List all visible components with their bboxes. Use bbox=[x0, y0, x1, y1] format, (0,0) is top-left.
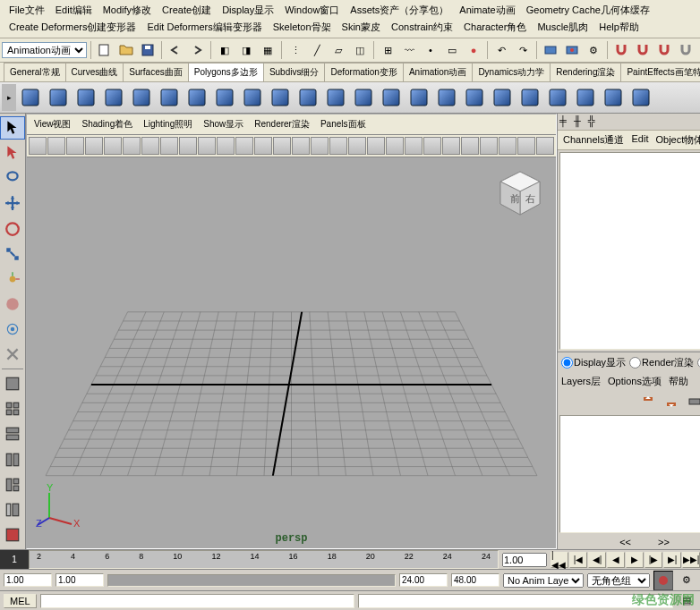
single-pane-icon[interactable] bbox=[0, 372, 25, 395]
shelf-mirror-icon[interactable] bbox=[544, 84, 571, 111]
menu-14[interactable]: Character角色 bbox=[458, 19, 532, 36]
panel-tool-21-icon[interactable] bbox=[423, 137, 441, 155]
step-back-key-icon[interactable]: |◀ bbox=[569, 552, 587, 568]
time-slider[interactable]: 1 2468101214161820222424 |◀◀ |◀ ◀| ◀ ▶ |… bbox=[0, 549, 700, 569]
shelf-extract-icon[interactable] bbox=[433, 84, 460, 111]
shelf-tab-4[interactable]: Subdivs细分 bbox=[263, 63, 326, 81]
panel-menu-0[interactable]: View视图 bbox=[29, 116, 77, 132]
auto-key-icon[interactable] bbox=[653, 571, 673, 590]
history-icon[interactable]: ↶ bbox=[491, 40, 511, 60]
panel-tool-1-icon[interactable] bbox=[47, 137, 65, 155]
three-pane-icon[interactable] bbox=[0, 473, 25, 496]
panel-tool-22-icon[interactable] bbox=[442, 137, 460, 155]
go-to-start-icon[interactable]: |◀◀ bbox=[551, 552, 568, 568]
select-component-icon[interactable]: ▦ bbox=[258, 40, 277, 60]
panel-tool-18-icon[interactable] bbox=[367, 137, 385, 155]
viewport[interactable]: 前 右 Y X Z persp bbox=[27, 157, 556, 548]
shelf-smooth-icon[interactable] bbox=[461, 84, 488, 111]
layer-list[interactable] bbox=[559, 415, 700, 533]
layer-scroll-left[interactable]: << bbox=[619, 537, 631, 547]
new-empty-layer-icon[interactable] bbox=[685, 392, 700, 411]
panel-tool-4-icon[interactable] bbox=[104, 137, 122, 155]
channel-list[interactable] bbox=[559, 152, 700, 350]
shelf-sphere-icon[interactable] bbox=[17, 84, 44, 111]
shelf-cylinder-icon[interactable] bbox=[73, 84, 99, 111]
layer-radio-1[interactable]: Render渲染 bbox=[629, 356, 694, 369]
four-pane-icon[interactable] bbox=[0, 397, 25, 420]
menu-16[interactable]: Help帮助 bbox=[593, 19, 645, 36]
panel-tool-25-icon[interactable] bbox=[499, 137, 516, 155]
menu-10[interactable]: Edit Deformers编辑变形器 bbox=[141, 19, 267, 36]
select-edge-icon[interactable]: ╱ bbox=[307, 40, 327, 60]
cb-icon-1[interactable]: ╪ bbox=[559, 115, 572, 128]
panel-tool-26-icon[interactable] bbox=[517, 137, 535, 155]
panel-tool-3-icon[interactable] bbox=[85, 137, 103, 155]
render-icon[interactable] bbox=[541, 40, 560, 60]
snap-plane-icon[interactable]: ▭ bbox=[442, 40, 462, 60]
cb-icon-3[interactable]: ╬ bbox=[588, 115, 601, 128]
shelf-helix-icon[interactable] bbox=[267, 84, 294, 111]
snap-curve-icon[interactable]: 〰 bbox=[399, 40, 419, 60]
select-uv-icon[interactable]: ◫ bbox=[350, 40, 370, 60]
magnet-scale-icon[interactable] bbox=[654, 40, 674, 60]
shelf-tab-2[interactable]: Surfaces曲面 bbox=[123, 63, 188, 81]
panel-tool-0-icon[interactable] bbox=[29, 137, 47, 155]
move-layer-up-icon[interactable] bbox=[638, 392, 658, 411]
play-back-icon[interactable]: ◀ bbox=[607, 552, 625, 568]
shelf-cone-icon[interactable] bbox=[100, 84, 127, 111]
character-set-select[interactable]: 无角色组 bbox=[587, 573, 650, 588]
menu-13[interactable]: Constrain约束 bbox=[386, 19, 458, 36]
menu-8[interactable]: Geometry Cache几何体缓存 bbox=[521, 2, 655, 19]
command-input[interactable] bbox=[40, 594, 355, 608]
panel-tool-20-icon[interactable] bbox=[405, 137, 423, 155]
shelf-tab-3[interactable]: Polygons多边形 bbox=[188, 63, 264, 81]
new-scene-icon[interactable] bbox=[95, 40, 115, 60]
undo-icon[interactable] bbox=[166, 40, 185, 60]
shelf-tab-8[interactable]: Rendering渲染 bbox=[550, 63, 621, 81]
menu-6[interactable]: Assets资产（分享包） bbox=[345, 2, 454, 19]
panel-tool-10-icon[interactable] bbox=[217, 137, 235, 155]
outliner-persp-icon[interactable] bbox=[0, 498, 25, 521]
panel-tool-27-icon[interactable] bbox=[536, 137, 554, 155]
menu-15[interactable]: Muscle肌肉 bbox=[532, 19, 593, 36]
cb-menu-1[interactable]: Edit bbox=[627, 132, 652, 148]
magnet-off-icon[interactable] bbox=[676, 40, 696, 60]
shelf-tab-9[interactable]: PaintEffects画笔特效 bbox=[620, 63, 700, 81]
shelf-prism-icon[interactable] bbox=[184, 84, 210, 111]
manip-tool-icon[interactable] bbox=[0, 267, 25, 291]
range-end-field[interactable] bbox=[399, 573, 448, 587]
shelf-subdiv-icon[interactable] bbox=[489, 84, 516, 111]
anim-start-field[interactable] bbox=[4, 573, 52, 587]
menu-11[interactable]: Skeleton骨架 bbox=[268, 19, 337, 36]
step-forward-key-icon[interactable]: ▶| bbox=[663, 552, 681, 568]
prefs-icon[interactable]: ⚙ bbox=[677, 571, 696, 590]
shelf-tab-1[interactable]: Curves曲线 bbox=[65, 63, 124, 81]
menu-5[interactable]: Window窗口 bbox=[279, 2, 345, 19]
shelf-plane-icon[interactable] bbox=[128, 84, 155, 111]
panel-tool-14-icon[interactable] bbox=[292, 137, 310, 155]
two-pane-v-icon[interactable] bbox=[0, 448, 25, 471]
step-back-icon[interactable]: ◀| bbox=[588, 552, 606, 568]
panel-tool-2-icon[interactable] bbox=[66, 137, 84, 155]
panel-tool-23-icon[interactable] bbox=[461, 137, 479, 155]
magnet-translate-icon[interactable] bbox=[611, 40, 631, 60]
save-scene-icon[interactable] bbox=[138, 40, 158, 60]
move-tool-icon[interactable] bbox=[0, 191, 25, 215]
render-globals-icon[interactable]: ⚙ bbox=[584, 40, 603, 60]
panel-tool-6-icon[interactable] bbox=[141, 137, 159, 155]
panel-tool-12-icon[interactable] bbox=[254, 137, 272, 155]
select-object-icon[interactable]: ◨ bbox=[236, 40, 256, 60]
soft-mod-tool-icon[interactable] bbox=[0, 292, 25, 316]
show-manip-tool-icon[interactable] bbox=[0, 318, 25, 341]
layer-scroll-right[interactable]: >> bbox=[658, 537, 670, 547]
go-to-end-icon[interactable]: ▶▶| bbox=[682, 552, 700, 568]
paint-select-tool-icon[interactable] bbox=[0, 166, 25, 190]
shelf-tab-5[interactable]: Deformation变形 bbox=[324, 63, 403, 81]
shelf-handle-icon[interactable]: ▸ bbox=[2, 84, 16, 111]
shelf-tab-7[interactable]: Dynamics动力学 bbox=[472, 63, 551, 81]
select-face-icon[interactable]: ▱ bbox=[329, 40, 348, 60]
select-vertex-icon[interactable]: ⋮ bbox=[286, 40, 305, 60]
shelf-cleanup-icon[interactable] bbox=[627, 84, 654, 111]
rotate-tool-icon[interactable] bbox=[0, 217, 25, 241]
snap-point-icon[interactable]: • bbox=[421, 40, 440, 60]
